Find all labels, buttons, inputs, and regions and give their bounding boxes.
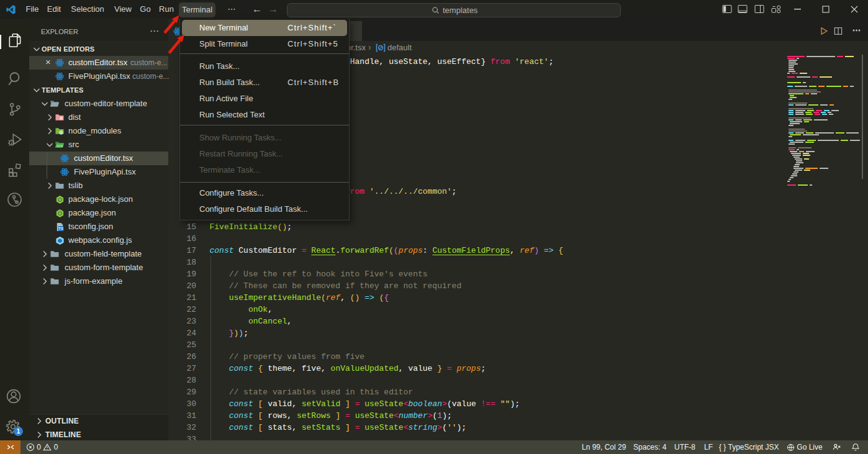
- svg-text:TS: TS: [58, 227, 63, 230]
- svg-text:</>: </>: [57, 145, 63, 148]
